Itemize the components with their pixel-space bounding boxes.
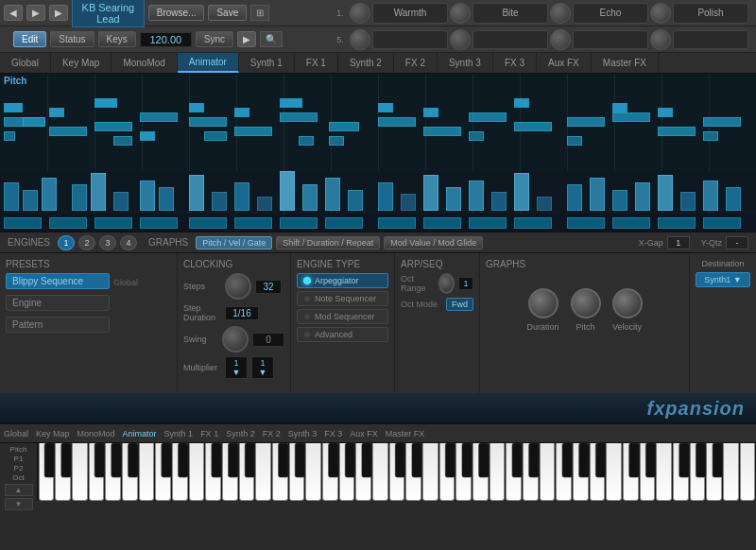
engine-num-4[interactable]: 4 <box>120 235 137 250</box>
white-key-c5[interactable] <box>506 443 522 501</box>
white-key-e3[interactable] <box>305 443 321 501</box>
duration-knob[interactable] <box>528 288 558 318</box>
pitch-knob[interactable] <box>571 288 601 318</box>
kb-tab-keymap[interactable]: Key Map <box>36 429 70 438</box>
white-key-d5[interactable] <box>523 443 539 501</box>
destination-button[interactable]: Synth1 ▼ <box>696 272 750 287</box>
oct-range-knob[interactable] <box>438 273 455 294</box>
velocity-knob[interactable] <box>612 288 643 318</box>
kb-tab-synth1[interactable]: Synth 1 <box>164 429 194 438</box>
white-key-f4[interactable] <box>439 443 455 501</box>
white-key-a5[interactable] <box>590 443 606 501</box>
kb-tab-fx2[interactable]: FX 2 <box>263 429 281 438</box>
kb-tab-global[interactable]: Global <box>4 429 28 438</box>
macro-knob-5a[interactable] <box>350 29 370 50</box>
white-key-c2[interactable] <box>155 443 171 501</box>
white-key-b3[interactable] <box>372 443 388 501</box>
white-key-a3[interactable] <box>355 443 371 501</box>
white-key-g4[interactable] <box>455 443 472 501</box>
tab-keymap[interactable]: Key Map <box>51 53 112 73</box>
kb-tab-animator[interactable]: Animator <box>123 429 157 438</box>
macro-knob-bite[interactable] <box>450 3 471 24</box>
sync-button[interactable]: Sync <box>196 31 233 47</box>
fwd-button[interactable]: Fwd <box>446 298 473 311</box>
tab-monomod[interactable]: MonoMod <box>112 53 177 73</box>
piano-keys[interactable] <box>38 443 756 501</box>
white-key-a4[interactable] <box>472 443 489 501</box>
tab-synth2[interactable]: Synth 2 <box>338 53 394 73</box>
white-key-c6[interactable] <box>623 443 639 501</box>
pattern-preset-button[interactable]: Pattern <box>6 317 110 333</box>
tab-auxfx[interactable]: Aux FX <box>537 53 592 73</box>
next-button[interactable]: ▶ <box>26 5 45 21</box>
swing-knob[interactable] <box>222 326 249 352</box>
white-key-d2[interactable] <box>172 443 188 501</box>
white-key-g6[interactable] <box>690 443 706 501</box>
edit-tab[interactable]: Edit <box>13 31 46 47</box>
tab-synth1[interactable]: Synth 1 <box>239 53 295 73</box>
white-key-a2[interactable] <box>239 443 255 501</box>
white-key-a1[interactable] <box>122 443 138 501</box>
engine-preset-button[interactable]: Engine <box>6 295 110 311</box>
white-key-f5[interactable] <box>556 443 572 501</box>
steps-knob[interactable] <box>225 273 251 300</box>
white-key-g5[interactable] <box>573 443 589 501</box>
browse-button[interactable]: Browse... <box>148 5 205 21</box>
engine-num-1[interactable]: 1 <box>58 235 75 250</box>
macro-knob-5c[interactable] <box>550 29 571 50</box>
white-key-f3[interactable] <box>322 443 338 501</box>
white-key-d4[interactable] <box>405 443 421 501</box>
white-key-f6[interactable] <box>673 443 689 501</box>
mod-sequencer-button[interactable]: Mod Sequencer <box>297 309 388 324</box>
note-sequencer-button[interactable]: Note Sequencer <box>297 291 388 306</box>
tab-masterfx[interactable]: Master FX <box>592 53 659 73</box>
white-key-b1[interactable] <box>139 443 155 501</box>
tab-global[interactable]: Global <box>0 53 51 73</box>
kb-tab-fx3[interactable]: FX 3 <box>324 429 342 438</box>
white-key-b4[interactable] <box>490 443 506 501</box>
mod-value-button[interactable]: Mod Value / Mod Glide <box>384 236 483 249</box>
white-key-c7[interactable] <box>740 443 756 501</box>
macro-knob-polish[interactable] <box>650 3 671 24</box>
white-key-e4[interactable] <box>422 443 438 501</box>
shift-duration-button[interactable]: Shift / Duration / Repeat <box>276 236 380 249</box>
white-key-c1[interactable] <box>39 443 55 501</box>
white-key-d3[interactable] <box>289 443 305 501</box>
pitch-vel-gate-button[interactable]: Pitch / Vel / Gate <box>196 236 272 249</box>
transport-play[interactable]: ▶ <box>237 31 256 47</box>
save-button[interactable]: Save <box>208 5 247 21</box>
kb-down-button[interactable]: ▼ <box>5 498 33 510</box>
macro-knob-echo[interactable] <box>550 3 571 24</box>
kb-tab-monomod[interactable]: MonoMod <box>77 429 115 438</box>
piano-roll[interactable]: Pitch <box>0 74 756 232</box>
engine-num-2[interactable]: 2 <box>78 235 95 250</box>
white-key-b6[interactable] <box>723 443 739 501</box>
kb-tab-synth3[interactable]: Synth 3 <box>288 429 318 438</box>
tab-fx2[interactable]: FX 2 <box>394 53 438 73</box>
tab-synth3[interactable]: Synth 3 <box>438 53 493 73</box>
white-key-e2[interactable] <box>189 443 205 501</box>
white-key-d1[interactable] <box>55 443 71 501</box>
kb-tab-fx1[interactable]: FX 1 <box>200 429 218 438</box>
keys-tab[interactable]: Keys <box>98 31 136 47</box>
prev-button[interactable]: ◀ <box>4 5 23 21</box>
white-key-b2[interactable] <box>255 443 271 501</box>
white-key-g1[interactable] <box>105 443 121 501</box>
tab-fx3[interactable]: FX 3 <box>493 53 537 73</box>
grid-icon-button[interactable]: ⊞ <box>250 5 269 21</box>
tab-fx1[interactable]: FX 1 <box>295 53 338 73</box>
kb-tab-synth2[interactable]: Synth 2 <box>226 429 255 438</box>
white-key-c3[interactable] <box>272 443 288 501</box>
search-icon-button[interactable]: 🔍 <box>260 31 283 47</box>
blippy-sequence-button[interactable]: Blippy Sequence <box>6 273 110 289</box>
white-key-g2[interactable] <box>222 443 238 501</box>
tab-animator[interactable]: Animator <box>178 53 239 73</box>
white-key-f2[interactable] <box>205 443 221 501</box>
advanced-button[interactable]: Advanced <box>297 327 388 342</box>
white-key-a6[interactable] <box>706 443 722 501</box>
white-key-e1[interactable] <box>72 443 88 501</box>
engine-num-3[interactable]: 3 <box>99 235 116 250</box>
macro-knob-5d[interactable] <box>650 29 671 50</box>
kb-tab-auxfx[interactable]: Aux FX <box>350 429 378 438</box>
white-key-b5[interactable] <box>606 443 622 501</box>
